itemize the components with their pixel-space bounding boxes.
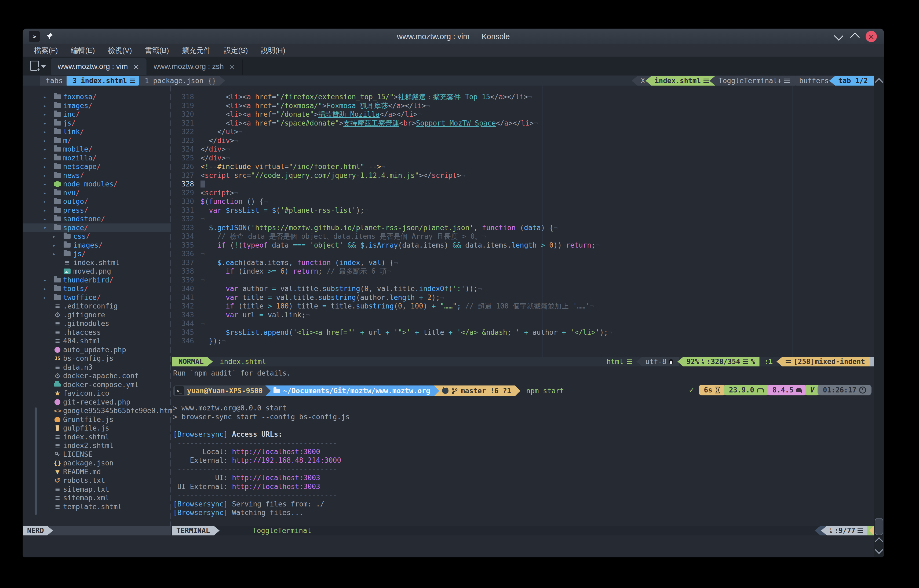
tabline-segment[interactable]: index.shtml bbox=[646, 76, 715, 86]
konsole-tab[interactable]: www.moztw.org : vim× bbox=[51, 58, 147, 75]
tree-item[interactable]: ▸node_modules/ bbox=[23, 180, 171, 189]
chevron-right-icon[interactable]: ▸ bbox=[42, 136, 48, 145]
chevron-right-icon[interactable]: ▸ bbox=[42, 119, 48, 128]
tree-item[interactable]: ≡index.shtml bbox=[23, 433, 171, 441]
chevron-right-icon[interactable]: ▸ bbox=[42, 128, 48, 136]
tree-item[interactable]: ★favicon.ico bbox=[23, 389, 171, 398]
code-editor[interactable]: 318 <li><a href="/firefox/extension_top_… bbox=[172, 92, 874, 346]
scrollbar-thumb[interactable] bbox=[875, 518, 883, 535]
tree-item[interactable]: {}package.json bbox=[23, 459, 171, 468]
menu-item-2[interactable]: 編輯(E) bbox=[64, 45, 101, 55]
tree-item[interactable]: ▼README.md bbox=[23, 468, 171, 477]
chevron-down-icon[interactable]: ▾ bbox=[42, 223, 48, 232]
tab-close-icon[interactable]: × bbox=[229, 62, 235, 71]
tree-item[interactable]: ▸thunderbird/ bbox=[23, 276, 171, 284]
chevron-right-icon[interactable]: ▸ bbox=[42, 197, 48, 206]
tree-item[interactable]: gulpfile.js bbox=[23, 424, 171, 433]
tree-item[interactable]: ▸press/ bbox=[23, 206, 171, 215]
scroll-up-icon[interactable] bbox=[875, 78, 883, 86]
tree-item[interactable]: JSbs-config.js bbox=[23, 354, 171, 363]
tree-item[interactable]: ≡sitemap.xml bbox=[23, 494, 171, 502]
tree-item[interactable]: ▸twoffice/ bbox=[23, 293, 171, 302]
tree-item[interactable]: ▾space/ bbox=[23, 223, 171, 232]
tabline-segment[interactable]: 3 index.shtml bbox=[66, 76, 144, 86]
tree-item[interactable]: ▸inc/ bbox=[23, 110, 171, 119]
chevron-right-icon[interactable]: ▸ bbox=[42, 276, 48, 284]
chevron-right-icon[interactable]: ▸ bbox=[42, 171, 48, 180]
tree-scrollbar[interactable] bbox=[35, 407, 37, 515]
menu-item-5[interactable]: 擴充元件 bbox=[175, 45, 217, 55]
tree-item[interactable]: ▸outgo/ bbox=[23, 197, 171, 206]
tree-item[interactable]: ▸sandstone/ bbox=[23, 215, 171, 223]
tree-item[interactable]: <>google955345b65bfc90e0.htm bbox=[23, 406, 171, 415]
new-tab-button[interactable] bbox=[23, 57, 51, 75]
tabline-segment[interactable]: buffers bbox=[790, 76, 835, 86]
tree-item[interactable]: ▸images/ bbox=[23, 241, 171, 250]
tree-item[interactable]: auto_update.php bbox=[23, 346, 171, 354]
tree-item[interactable]: ≡index.shtml bbox=[23, 258, 171, 267]
tree-item[interactable]: ▸m/ bbox=[23, 136, 171, 145]
chevron-right-icon[interactable]: ▸ bbox=[42, 189, 48, 197]
tree-item[interactable]: ≡data.n3 bbox=[23, 363, 171, 372]
menu-item-4[interactable]: 書籤(B) bbox=[138, 45, 175, 55]
tab-close-icon[interactable]: × bbox=[133, 62, 139, 71]
tree-item[interactable]: ▸mobile/ bbox=[23, 145, 171, 154]
tree-item[interactable]: ≡template.shtml bbox=[23, 502, 171, 511]
tabline-segment[interactable]: tab 1/2 bbox=[829, 76, 874, 86]
tree-item[interactable]: ⚙.gitignore bbox=[23, 311, 171, 320]
tree-item[interactable]: ≡404.shtml bbox=[23, 337, 171, 346]
chevron-right-icon[interactable]: ▸ bbox=[51, 241, 57, 250]
tree-item[interactable]: git-received.php bbox=[23, 398, 171, 407]
tree-item[interactable]: ▸js/ bbox=[23, 119, 171, 128]
scrollbar[interactable] bbox=[874, 75, 884, 557]
chevron-right-icon[interactable]: ▸ bbox=[42, 162, 48, 171]
menu-item-7[interactable]: 說明(H) bbox=[254, 45, 291, 55]
menu-item-1[interactable]: 檔案(F) bbox=[28, 45, 64, 55]
tree-item[interactable]: ▸news/ bbox=[23, 171, 171, 180]
chevron-right-icon[interactable]: ▸ bbox=[51, 232, 57, 241]
chevron-right-icon[interactable]: ▸ bbox=[42, 154, 48, 163]
tree-item[interactable]: ▸css/ bbox=[23, 232, 171, 241]
tree-item[interactable]: ⚙docker-apache.conf bbox=[23, 372, 171, 380]
tree-item[interactable]: ▸netscape/ bbox=[23, 162, 171, 171]
tree-item[interactable]: ≡.htaccess bbox=[23, 328, 171, 337]
chevron-right-icon[interactable]: ▸ bbox=[42, 110, 48, 119]
menu-item-3[interactable]: 檢視(V) bbox=[101, 45, 138, 55]
scroll-down-icon[interactable] bbox=[875, 546, 883, 554]
tree-item[interactable]: ▸mozilla/ bbox=[23, 154, 171, 163]
tree-item[interactable]: ↺robots.txt bbox=[23, 476, 171, 485]
chevron-right-icon[interactable]: ▸ bbox=[42, 92, 48, 102]
tree-item[interactable]: ▸images/ bbox=[23, 102, 171, 110]
konsole-tab[interactable]: www.moztw.org : zsh× bbox=[147, 58, 243, 75]
terminal-output[interactable]: Run `npm audit` for details.>_yuan@Yuan-… bbox=[173, 369, 874, 517]
tree-item[interactable]: moved.png bbox=[23, 267, 171, 276]
scroll-up-icon[interactable] bbox=[875, 537, 883, 545]
tree-item[interactable]: ▸foxmosa/ bbox=[23, 92, 171, 102]
maximize-button[interactable] bbox=[850, 32, 860, 42]
tabline-segment[interactable]: 1 package.json {} bbox=[139, 76, 225, 86]
chevron-right-icon[interactable]: ▸ bbox=[42, 284, 48, 293]
tree-item[interactable]: ▸link/ bbox=[23, 128, 171, 136]
chevron-right-icon[interactable]: ▸ bbox=[51, 249, 57, 258]
chevron-right-icon[interactable]: ▸ bbox=[42, 145, 48, 154]
titlebar[interactable]: > www.moztw.org : vim — Konsole × bbox=[23, 29, 884, 44]
tree-item[interactable]: docker-compose.yml bbox=[23, 380, 171, 389]
prompt-command[interactable]: npm start bbox=[520, 387, 564, 395]
tree-item[interactable]: ≡.gitmodules bbox=[23, 319, 171, 328]
chevron-right-icon[interactable]: ▸ bbox=[42, 215, 48, 223]
chevron-right-icon[interactable]: ▸ bbox=[42, 293, 48, 302]
chevron-right-icon[interactable]: ▸ bbox=[42, 180, 48, 189]
tree-item[interactable]: ≡index2.shtml bbox=[23, 441, 171, 450]
tree-item[interactable]: ▸tools/ bbox=[23, 284, 171, 293]
tree-item[interactable]: LICENSE bbox=[23, 450, 171, 459]
tree-item[interactable]: Gruntfile.js bbox=[23, 415, 171, 424]
chevron-right-icon[interactable]: ▸ bbox=[42, 206, 48, 215]
close-button[interactable]: × bbox=[866, 31, 877, 42]
menu-item-6[interactable]: 設定(S) bbox=[217, 45, 254, 55]
tree-item[interactable]: ▸js/ bbox=[23, 249, 171, 258]
tree-item[interactable]: ▸nvu/ bbox=[23, 189, 171, 197]
tree-item[interactable]: ≡sitemap.txt bbox=[23, 485, 171, 494]
chevron-right-icon[interactable]: ▸ bbox=[42, 102, 48, 110]
tree-item[interactable]: ≡.editorconfig bbox=[23, 302, 171, 311]
tabline-segment[interactable]: ToggleTerminal+ bbox=[709, 76, 796, 86]
